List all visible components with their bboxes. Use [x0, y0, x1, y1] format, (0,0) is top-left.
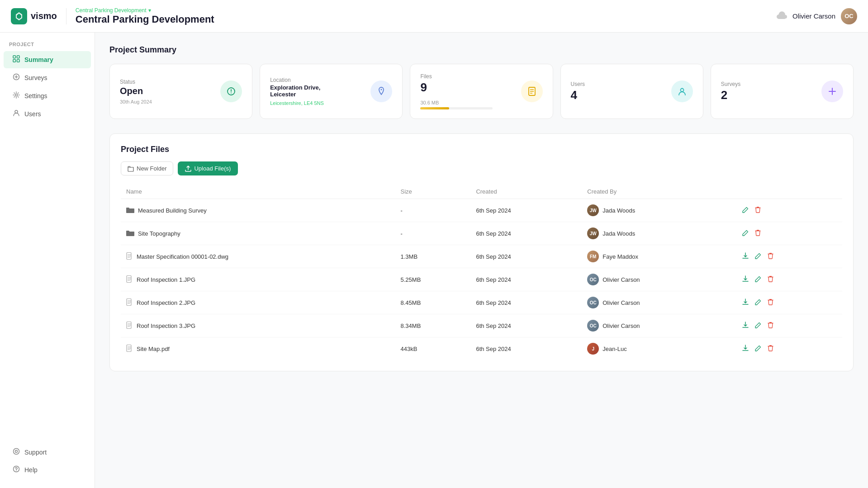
users-label: Users	[571, 81, 585, 87]
row-actions	[741, 205, 837, 215]
file-created-by-cell: OC Olivier Carson	[582, 291, 735, 314]
row-actions	[741, 275, 837, 285]
file-size-cell: 8.45MB	[395, 291, 471, 314]
download-button[interactable]	[741, 344, 749, 354]
delete-button[interactable]	[767, 275, 774, 284]
sidebar-item-summary[interactable]: Summary	[4, 51, 91, 68]
edit-button[interactable]	[741, 206, 749, 215]
files-progress-wrap: 30.6 MB	[420, 98, 493, 109]
files-table: Name Size Created Created By Measured Bu…	[121, 185, 842, 360]
sidebar-item-help-label: Help	[24, 466, 38, 474]
files-heading: Project Files	[121, 145, 842, 154]
file-size-cell: 5.25MB	[395, 268, 471, 291]
file-actions-cell	[736, 222, 842, 245]
logo-icon	[11, 8, 27, 24]
sidebar-bottom: Support Help	[0, 443, 95, 479]
location-card-info: Location Exploration Drive,Leicester Lei…	[270, 77, 324, 106]
file-icon	[126, 275, 133, 284]
status-sub: 30th Aug 2024	[120, 99, 152, 104]
delete-button[interactable]	[767, 321, 774, 331]
sidebar-item-summary-label: Summary	[24, 56, 53, 63]
file-actions-cell	[736, 245, 842, 268]
file-icon	[126, 252, 133, 261]
avatar[interactable]: OC	[841, 8, 857, 24]
status-card-info: Status Open 30th Aug 2024	[120, 79, 152, 104]
file-created-by-cell: JW Jada Woods	[582, 199, 735, 222]
settings-icon	[13, 91, 20, 100]
edit-button[interactable]	[754, 344, 762, 354]
user-name: Olivier Carson	[792, 12, 835, 20]
delete-button[interactable]	[754, 205, 762, 215]
delete-button[interactable]	[767, 251, 774, 261]
file-created-cell: 6th Sep 2024	[470, 222, 582, 245]
created-by-name: Faye Maddox	[602, 253, 638, 260]
surveys-card-info: Surveys 2	[721, 81, 740, 102]
file-name: Site Topography	[126, 229, 390, 238]
files-value: 9	[420, 81, 493, 95]
sidebar-item-users[interactable]: Users	[4, 105, 91, 123]
delete-button[interactable]	[754, 228, 762, 238]
edit-button[interactable]	[754, 321, 762, 331]
edit-button[interactable]	[741, 229, 749, 238]
main-content: Project Summary Status Open 30th Aug 202…	[95, 33, 868, 488]
created-by: J Jean-Luc	[587, 343, 730, 355]
avatar-sm: JW	[587, 227, 599, 239]
sidebar: Project Summary Surveys	[0, 33, 95, 488]
svg-rect-3	[17, 60, 20, 62]
header-left: vismo Central Parking Development ▾ Cent…	[11, 7, 214, 25]
file-name-text: Master Specification 00001-02.dwg	[137, 253, 228, 260]
svg-rect-0	[13, 56, 16, 58]
col-name: Name	[121, 185, 395, 199]
files-card-info: Files 9 30.6 MB	[420, 73, 493, 109]
files-card: Files 9 30.6 MB	[410, 64, 553, 119]
file-created-by-cell: J Jean-Luc	[582, 337, 735, 360]
users-icon	[671, 81, 693, 102]
table-row: Roof Inspection 3.JPG 8.34MB6th Sep 2024…	[121, 314, 842, 337]
row-actions	[741, 251, 837, 262]
sidebar-section-label: Project	[0, 42, 95, 51]
sidebar-item-support[interactable]: Support	[4, 444, 91, 461]
svg-point-7	[15, 94, 18, 96]
sidebar-item-settings[interactable]: Settings	[4, 87, 91, 104]
new-folder-label: New Folder	[137, 165, 166, 172]
sidebar-item-help[interactable]: Help	[4, 461, 91, 479]
users-icon	[13, 109, 20, 118]
avatar-sm: J	[587, 343, 599, 355]
delete-button[interactable]	[767, 344, 774, 354]
download-button[interactable]	[741, 321, 749, 331]
table-row: Roof Inspection 2.JPG 8.45MB6th Sep 2024…	[121, 291, 842, 314]
file-name: Master Specification 00001-02.dwg	[126, 252, 390, 261]
page-title: Central Parking Development	[76, 14, 214, 25]
file-created-by-cell: OC Olivier Carson	[582, 314, 735, 337]
row-actions	[741, 321, 837, 331]
files-sub: 30.6 MB	[420, 100, 493, 105]
breadcrumb[interactable]: Central Parking Development ▾	[76, 7, 214, 14]
delete-button[interactable]	[767, 298, 774, 308]
summary-heading: Project Summary	[109, 45, 854, 55]
sidebar-item-surveys[interactable]: Surveys	[4, 69, 91, 86]
summary-icon	[13, 55, 20, 64]
logo[interactable]: vismo	[11, 8, 57, 24]
download-button[interactable]	[741, 275, 749, 285]
file-name-text: Site Topography	[138, 230, 180, 237]
new-folder-button[interactable]: New Folder	[121, 161, 173, 175]
table-row: Measured Building Survey -6th Sep 2024 J…	[121, 199, 842, 222]
surveys-label: Surveys	[721, 81, 740, 87]
file-icon	[126, 322, 133, 330]
download-button[interactable]	[741, 298, 749, 308]
created-by: OC Olivier Carson	[587, 320, 730, 332]
upload-files-button[interactable]: Upload File(s)	[178, 161, 238, 175]
download-button[interactable]	[741, 251, 749, 262]
file-name: Roof Inspection 3.JPG	[126, 322, 390, 330]
file-name-cell: Site Map.pdf	[121, 337, 395, 360]
location-sub[interactable]: Leicestershire, LE4 5NS	[270, 100, 324, 106]
edit-button[interactable]	[754, 275, 762, 284]
file-created-cell: 6th Sep 2024	[470, 199, 582, 222]
created-by: OC Olivier Carson	[587, 297, 730, 308]
status-card: Status Open 30th Aug 2024	[109, 64, 252, 119]
edit-button[interactable]	[754, 252, 762, 261]
avatar-sm: OC	[587, 274, 599, 285]
edit-button[interactable]	[754, 298, 762, 308]
file-name: Roof Inspection 1.JPG	[126, 275, 390, 284]
file-created-cell: 6th Sep 2024	[470, 245, 582, 268]
